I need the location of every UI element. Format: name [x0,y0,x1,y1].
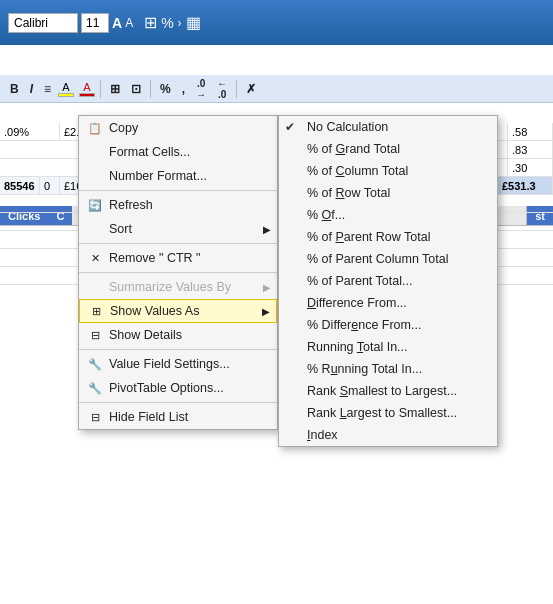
pct-col-label: % of Column Total [307,164,408,178]
submenu-item-pct-grand[interactable]: % of Grand Total [279,138,497,160]
refresh-icon: 🔄 [85,199,105,212]
menu-item-value-field-settings[interactable]: 🔧 Value Field Settings... [79,352,277,376]
no-calc-label: No Calculation [307,120,388,134]
font-size-down-btn[interactable]: A [125,16,133,30]
submenu-item-pct-diff-from[interactable]: % Difference From... [279,314,497,336]
ribbon-icon-area: ⊞ % › ▦ [144,13,200,32]
menu-item-sort[interactable]: Sort ▶ [79,217,277,241]
show-values-arrow: ▶ [262,306,270,317]
remove-ctr-icon: ✕ [85,252,105,265]
menu-item-summarize[interactable]: Summarize Values By ▶ [79,275,277,299]
separator-5 [79,402,277,403]
font-name-box[interactable]: Calibri [8,13,78,33]
pct-diff-from-label: % Difference From... [307,318,421,332]
ribbon-bar: Calibri 11 A A ⊞ % › ▦ [0,0,553,45]
show-details-icon: ⊟ [85,329,105,342]
percent-button[interactable]: % [156,80,175,98]
submenu-item-pct-of[interactable]: % Of... [279,204,497,226]
pct-of-label: % Of... [307,208,345,222]
pct-grand-label: % of Grand Total [307,142,400,156]
separator-3 [79,272,277,273]
menu-item-hide-field-list[interactable]: ⊟ Hide Field List [79,405,277,429]
submenu-item-rank-small[interactable]: Rank Smallest to Largest... [279,380,497,402]
highlight-color[interactable]: A [58,81,74,97]
pct-row-label: % of Row Total [307,186,390,200]
clear-button[interactable]: ✗ [242,80,260,98]
value-field-icon: 🔧 [85,358,105,371]
menu-item-copy[interactable]: 📋 Copy [79,116,277,140]
context-menu: 📋 Copy Format Cells... Number Format... … [78,115,278,430]
menu-item-refresh[interactable]: 🔄 Refresh [79,193,277,217]
separator-1 [79,190,277,191]
submenu-item-rank-large[interactable]: Rank Largest to Smallest... [279,402,497,424]
remove-ctr-label: Remove " CTR " [109,251,201,265]
pivottable-label: PivotTable Options... [109,381,224,395]
submenu-item-index[interactable]: Index [279,424,497,446]
format-toolbar: B I ≡ A A ⊞ ⊡ % , .0→ ←.0 ✗ [0,75,553,103]
pct-parent-col-label: % of Parent Column Total [307,252,449,266]
cell-r3: .30 [508,159,553,176]
copy-icon: 📋 [85,122,105,135]
pivottable-icon: 🔧 [85,382,105,395]
summarize-label: Summarize Values By [109,280,231,294]
sort-arrow: ▶ [263,224,271,235]
show-values-icon: ⊞ [86,305,106,318]
italic-button[interactable]: I [26,80,37,98]
check-no-calc: ✔ [285,120,295,134]
font-color[interactable]: A [79,81,95,97]
submenu-item-no-calc[interactable]: ✔ No Calculation [279,116,497,138]
pct-parent-label: % of Parent Total... [307,274,412,288]
menu-item-number-format[interactable]: Number Format... [79,164,277,188]
submenu-item-pct-running-total[interactable]: % Running Total In... [279,358,497,380]
refresh-label: Refresh [109,198,153,212]
align-button[interactable]: ≡ [40,80,55,98]
diff-from-label: Difference From... [307,296,407,310]
submenu-item-pct-parent[interactable]: % of Parent Total... [279,270,497,292]
cell-85546: 85546 [0,177,40,194]
rank-large-label: Rank Largest to Smallest... [307,406,457,420]
submenu-show-values-as: ✔ No Calculation % of Grand Total % of C… [278,115,498,447]
cell-0: 0 [40,177,60,194]
submenu-item-pct-parent-row[interactable]: % of Parent Row Total [279,226,497,248]
menu-item-show-values-as[interactable]: ⊞ Show Values As ▶ [79,299,277,323]
submenu-item-pct-parent-col[interactable]: % of Parent Column Total [279,248,497,270]
hide-field-icon: ⊟ [85,411,105,424]
separator-4 [79,349,277,350]
show-values-label: Show Values As [110,304,199,318]
running-total-label: Running Total In... [307,340,408,354]
value-field-label: Value Field Settings... [109,357,230,371]
pct-parent-row-label: % of Parent Row Total [307,230,430,244]
cell-r2: .83 [508,141,553,158]
number-format-label: Number Format... [109,169,207,183]
menu-item-show-details[interactable]: ⊟ Show Details [79,323,277,347]
merge-button[interactable]: ⊡ [127,80,145,98]
toolbar-divider-3 [236,80,237,98]
submenu-item-diff-from[interactable]: Difference From... [279,292,497,314]
decimal-up-button[interactable]: .0→ [192,76,210,102]
toolbar-divider-2 [150,80,151,98]
cell-pct: .09% [0,123,60,140]
menu-item-format-cells[interactable]: Format Cells... [79,140,277,164]
border-button[interactable]: ⊞ [106,80,124,98]
toolbar-divider-1 [100,80,101,98]
menu-item-remove-ctr[interactable]: ✕ Remove " CTR " [79,246,277,270]
index-label: Index [307,428,338,442]
decimal-down-button[interactable]: ←.0 [213,76,231,102]
cell-r1: .58 [508,123,553,140]
font-size-up-btn[interactable]: A [112,15,122,31]
bold-button[interactable]: B [6,80,23,98]
submenu-item-pct-col[interactable]: % of Column Total [279,160,497,182]
menu-item-pivottable-options[interactable]: 🔧 PivotTable Options... [79,376,277,400]
submenu-item-pct-row[interactable]: % of Row Total [279,182,497,204]
show-details-label: Show Details [109,328,182,342]
submenu-item-running-total[interactable]: Running Total In... [279,336,497,358]
cell-531: £531.3 [498,177,553,194]
hide-field-label: Hide Field List [109,410,188,424]
comma-button[interactable]: , [178,80,189,98]
sort-label: Sort [109,222,132,236]
font-size-box[interactable]: 11 [81,13,109,33]
pct-running-total-label: % Running Total In... [307,362,422,376]
rank-small-label: Rank Smallest to Largest... [307,384,457,398]
format-cells-label: Format Cells... [109,145,190,159]
separator-2 [79,243,277,244]
